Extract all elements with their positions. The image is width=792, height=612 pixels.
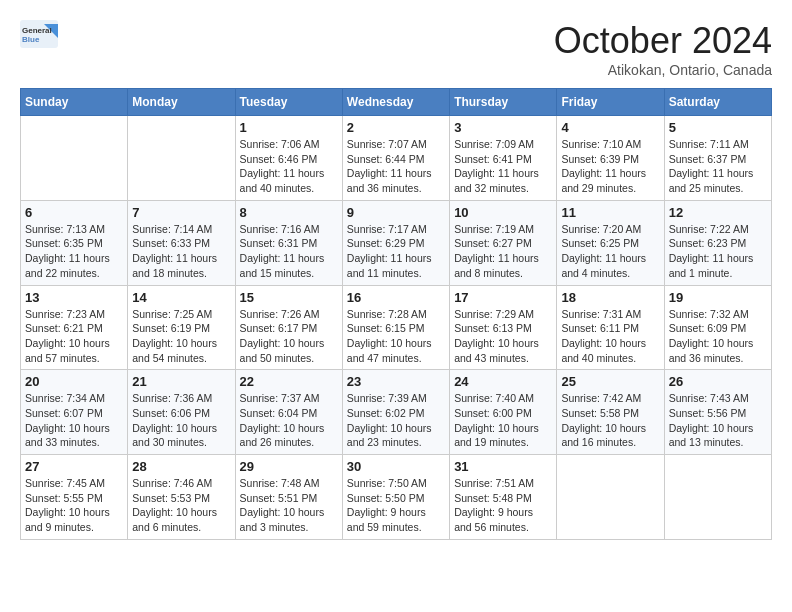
day-info: Sunrise: 7:28 AM Sunset: 6:15 PM Dayligh…	[347, 307, 445, 366]
day-number: 14	[132, 290, 230, 305]
logo-icon: General Blue	[20, 20, 58, 48]
day-number: 1	[240, 120, 338, 135]
weekday-header: Wednesday	[342, 89, 449, 116]
day-number: 19	[669, 290, 767, 305]
day-info: Sunrise: 7:29 AM Sunset: 6:13 PM Dayligh…	[454, 307, 552, 366]
day-number: 12	[669, 205, 767, 220]
day-info: Sunrise: 7:17 AM Sunset: 6:29 PM Dayligh…	[347, 222, 445, 281]
day-number: 17	[454, 290, 552, 305]
day-info: Sunrise: 7:07 AM Sunset: 6:44 PM Dayligh…	[347, 137, 445, 196]
location-title: Atikokan, Ontario, Canada	[554, 62, 772, 78]
day-info: Sunrise: 7:13 AM Sunset: 6:35 PM Dayligh…	[25, 222, 123, 281]
day-number: 29	[240, 459, 338, 474]
weekday-header: Saturday	[664, 89, 771, 116]
day-number: 28	[132, 459, 230, 474]
calendar-cell: 21Sunrise: 7:36 AM Sunset: 6:06 PM Dayli…	[128, 370, 235, 455]
day-info: Sunrise: 7:10 AM Sunset: 6:39 PM Dayligh…	[561, 137, 659, 196]
day-number: 22	[240, 374, 338, 389]
calendar-cell: 11Sunrise: 7:20 AM Sunset: 6:25 PM Dayli…	[557, 200, 664, 285]
day-info: Sunrise: 7:20 AM Sunset: 6:25 PM Dayligh…	[561, 222, 659, 281]
calendar-cell: 24Sunrise: 7:40 AM Sunset: 6:00 PM Dayli…	[450, 370, 557, 455]
title-block: October 2024 Atikokan, Ontario, Canada	[554, 20, 772, 78]
day-number: 25	[561, 374, 659, 389]
weekday-header: Friday	[557, 89, 664, 116]
svg-text:General: General	[22, 26, 52, 35]
month-title: October 2024	[554, 20, 772, 62]
day-info: Sunrise: 7:19 AM Sunset: 6:27 PM Dayligh…	[454, 222, 552, 281]
calendar-cell: 16Sunrise: 7:28 AM Sunset: 6:15 PM Dayli…	[342, 285, 449, 370]
day-info: Sunrise: 7:22 AM Sunset: 6:23 PM Dayligh…	[669, 222, 767, 281]
day-number: 23	[347, 374, 445, 389]
calendar-cell	[664, 455, 771, 540]
day-number: 5	[669, 120, 767, 135]
day-number: 6	[25, 205, 123, 220]
day-number: 15	[240, 290, 338, 305]
calendar-cell: 12Sunrise: 7:22 AM Sunset: 6:23 PM Dayli…	[664, 200, 771, 285]
calendar-cell: 5Sunrise: 7:11 AM Sunset: 6:37 PM Daylig…	[664, 116, 771, 201]
weekday-header: Thursday	[450, 89, 557, 116]
day-info: Sunrise: 7:06 AM Sunset: 6:46 PM Dayligh…	[240, 137, 338, 196]
weekday-header: Monday	[128, 89, 235, 116]
calendar-cell: 15Sunrise: 7:26 AM Sunset: 6:17 PM Dayli…	[235, 285, 342, 370]
day-number: 30	[347, 459, 445, 474]
weekday-header: Sunday	[21, 89, 128, 116]
day-number: 31	[454, 459, 552, 474]
day-number: 9	[347, 205, 445, 220]
day-info: Sunrise: 7:43 AM Sunset: 5:56 PM Dayligh…	[669, 391, 767, 450]
calendar-cell: 31Sunrise: 7:51 AM Sunset: 5:48 PM Dayli…	[450, 455, 557, 540]
day-number: 20	[25, 374, 123, 389]
day-info: Sunrise: 7:31 AM Sunset: 6:11 PM Dayligh…	[561, 307, 659, 366]
day-info: Sunrise: 7:14 AM Sunset: 6:33 PM Dayligh…	[132, 222, 230, 281]
day-number: 2	[347, 120, 445, 135]
day-number: 24	[454, 374, 552, 389]
calendar-cell: 19Sunrise: 7:32 AM Sunset: 6:09 PM Dayli…	[664, 285, 771, 370]
weekday-header-row: SundayMondayTuesdayWednesdayThursdayFrid…	[21, 89, 772, 116]
calendar-cell: 30Sunrise: 7:50 AM Sunset: 5:50 PM Dayli…	[342, 455, 449, 540]
day-info: Sunrise: 7:42 AM Sunset: 5:58 PM Dayligh…	[561, 391, 659, 450]
day-number: 10	[454, 205, 552, 220]
day-info: Sunrise: 7:23 AM Sunset: 6:21 PM Dayligh…	[25, 307, 123, 366]
calendar-cell: 7Sunrise: 7:14 AM Sunset: 6:33 PM Daylig…	[128, 200, 235, 285]
calendar-cell: 29Sunrise: 7:48 AM Sunset: 5:51 PM Dayli…	[235, 455, 342, 540]
logo: General Blue	[20, 20, 58, 48]
calendar-cell: 1Sunrise: 7:06 AM Sunset: 6:46 PM Daylig…	[235, 116, 342, 201]
day-info: Sunrise: 7:26 AM Sunset: 6:17 PM Dayligh…	[240, 307, 338, 366]
day-info: Sunrise: 7:16 AM Sunset: 6:31 PM Dayligh…	[240, 222, 338, 281]
calendar-cell: 23Sunrise: 7:39 AM Sunset: 6:02 PM Dayli…	[342, 370, 449, 455]
calendar-cell: 22Sunrise: 7:37 AM Sunset: 6:04 PM Dayli…	[235, 370, 342, 455]
day-info: Sunrise: 7:32 AM Sunset: 6:09 PM Dayligh…	[669, 307, 767, 366]
calendar-cell: 8Sunrise: 7:16 AM Sunset: 6:31 PM Daylig…	[235, 200, 342, 285]
calendar-week-row: 20Sunrise: 7:34 AM Sunset: 6:07 PM Dayli…	[21, 370, 772, 455]
calendar-week-row: 13Sunrise: 7:23 AM Sunset: 6:21 PM Dayli…	[21, 285, 772, 370]
weekday-header: Tuesday	[235, 89, 342, 116]
calendar-week-row: 27Sunrise: 7:45 AM Sunset: 5:55 PM Dayli…	[21, 455, 772, 540]
calendar-week-row: 1Sunrise: 7:06 AM Sunset: 6:46 PM Daylig…	[21, 116, 772, 201]
day-info: Sunrise: 7:36 AM Sunset: 6:06 PM Dayligh…	[132, 391, 230, 450]
calendar-cell: 9Sunrise: 7:17 AM Sunset: 6:29 PM Daylig…	[342, 200, 449, 285]
calendar-cell	[128, 116, 235, 201]
day-number: 3	[454, 120, 552, 135]
calendar-cell: 18Sunrise: 7:31 AM Sunset: 6:11 PM Dayli…	[557, 285, 664, 370]
calendar-cell: 3Sunrise: 7:09 AM Sunset: 6:41 PM Daylig…	[450, 116, 557, 201]
calendar-cell: 14Sunrise: 7:25 AM Sunset: 6:19 PM Dayli…	[128, 285, 235, 370]
calendar-cell: 6Sunrise: 7:13 AM Sunset: 6:35 PM Daylig…	[21, 200, 128, 285]
calendar-cell: 17Sunrise: 7:29 AM Sunset: 6:13 PM Dayli…	[450, 285, 557, 370]
day-number: 8	[240, 205, 338, 220]
calendar-table: SundayMondayTuesdayWednesdayThursdayFrid…	[20, 88, 772, 540]
calendar-cell	[21, 116, 128, 201]
calendar-cell: 20Sunrise: 7:34 AM Sunset: 6:07 PM Dayli…	[21, 370, 128, 455]
calendar-cell: 25Sunrise: 7:42 AM Sunset: 5:58 PM Dayli…	[557, 370, 664, 455]
calendar-cell: 2Sunrise: 7:07 AM Sunset: 6:44 PM Daylig…	[342, 116, 449, 201]
day-info: Sunrise: 7:25 AM Sunset: 6:19 PM Dayligh…	[132, 307, 230, 366]
day-info: Sunrise: 7:09 AM Sunset: 6:41 PM Dayligh…	[454, 137, 552, 196]
day-info: Sunrise: 7:45 AM Sunset: 5:55 PM Dayligh…	[25, 476, 123, 535]
day-info: Sunrise: 7:37 AM Sunset: 6:04 PM Dayligh…	[240, 391, 338, 450]
calendar-cell: 27Sunrise: 7:45 AM Sunset: 5:55 PM Dayli…	[21, 455, 128, 540]
day-info: Sunrise: 7:39 AM Sunset: 6:02 PM Dayligh…	[347, 391, 445, 450]
page-header: General Blue October 2024 Atikokan, Onta…	[20, 20, 772, 78]
calendar-cell: 26Sunrise: 7:43 AM Sunset: 5:56 PM Dayli…	[664, 370, 771, 455]
svg-text:Blue: Blue	[22, 35, 40, 44]
calendar-cell: 13Sunrise: 7:23 AM Sunset: 6:21 PM Dayli…	[21, 285, 128, 370]
day-info: Sunrise: 7:46 AM Sunset: 5:53 PM Dayligh…	[132, 476, 230, 535]
day-number: 18	[561, 290, 659, 305]
